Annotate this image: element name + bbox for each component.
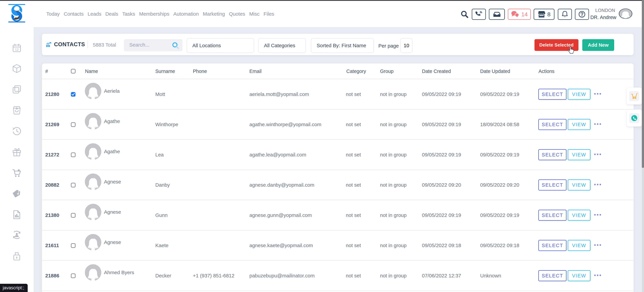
svg-text:12: 12 xyxy=(15,48,18,51)
